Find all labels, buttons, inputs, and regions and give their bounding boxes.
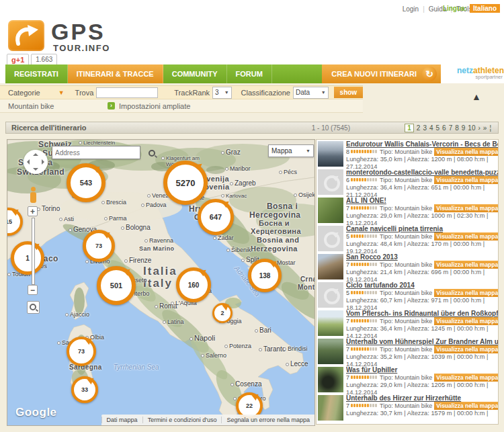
attribution-link[interactable]: Termini e condizioni d'uso [142,417,222,423]
tour-cluster-marker[interactable]: 647 [198,199,234,235]
zoom-slider[interactable] [32,218,35,285]
tour-thumbnail[interactable] [318,367,343,392]
tour-thumbnail[interactable] [318,282,343,308]
tour-title-link[interactable]: Was für Uphiller [346,366,498,374]
classificazione-label: Classificazione [241,89,290,97]
tour-title-link[interactable]: Vom Pflersch- ins Ridnauntal über den Ro… [346,310,498,317]
tour-thumbnail[interactable] [318,395,343,421]
nav-tab[interactable]: REGISTRATI [5,64,68,83]
trackrank-select[interactable]: 3 ▼ [212,87,232,99]
tour-cluster-marker[interactable]: 160 [176,267,211,302]
view-on-map-button[interactable]: Visualizza nella mappa [434,317,499,325]
pagination-page[interactable]: 1 [405,124,414,132]
create-tour-button[interactable]: CREA NUOVI ITINERARI ↻ [322,64,441,83]
map-label: Graz [221,148,241,156]
pagination-page[interactable]: ¦ [489,124,491,132]
pan-down-icon[interactable] [33,168,38,171]
zoom-out-button[interactable]: − [28,285,38,295]
zoom-area-button[interactable] [27,301,40,314]
tour-title-link[interactable]: Canale navicelli pineta tirrenia [346,225,498,232]
tour-title-link[interactable]: San Rocco 2013 [346,253,498,261]
nav-tab[interactable]: FORUM [227,64,272,83]
attribution-link[interactable]: Dati mappa [101,417,142,423]
map-pan-control[interactable] [24,150,48,174]
view-on-map-button[interactable]: Visualizza nella mappa [434,232,499,241]
tour-thumbnail[interactable] [318,339,343,364]
tour-thumbnail[interactable] [318,226,343,251]
pagination-page[interactable]: 10 [468,124,475,132]
map-type-selector[interactable]: Mappa ▼ [268,144,314,157]
map-address-search[interactable] [52,146,140,159]
netzathleten-logo[interactable]: netzathleten sportpartner [441,64,504,83]
tour-title-link[interactable]: monterotondo-castellaccio-valle benedett… [346,169,498,176]
tour-thumbnail[interactable] [318,198,343,223]
tour-cluster-marker[interactable]: 73 [67,337,96,366]
pagination-page[interactable]: 2 [417,124,421,132]
tour-thumbnail[interactable] [318,310,343,336]
advanced-settings-link[interactable]: Impostazioni ampliate [119,102,190,110]
nav-tab[interactable]: COMMUNITY [163,64,227,83]
pagination-page[interactable]: 6 [442,124,446,132]
pagination-page[interactable]: 8 [455,124,459,132]
map-label: Asti [59,216,74,222]
tour-cluster-marker[interactable]: 1 [11,241,44,275]
pagination-page[interactable]: 5 [436,124,440,132]
view-on-map-button[interactable]: Visualizza nella mappa [434,345,499,353]
tour-cluster-marker[interactable]: 5270 [163,161,208,205]
pan-right-icon[interactable] [42,159,44,165]
tour-title-link[interactable]: Ciclo tartufando 2014 [346,282,498,289]
show-button[interactable]: show [334,87,363,98]
tour-cluster-marker[interactable]: 2 [212,303,233,323]
pagination-page[interactable]: 7 [449,124,453,132]
view-on-map-button[interactable]: Visualizza nella mappa [434,176,499,184]
tour-thumbnail[interactable] [318,254,343,279]
map-label: Crna [300,275,315,283]
view-on-map-button[interactable]: Visualizza nella mappa [434,402,499,410]
pagination-page[interactable]: 3 [423,124,427,132]
attribution-link[interactable]: Segnala un errore nella mappa [221,417,314,423]
view-on-map-button[interactable]: Visualizza nella mappa [434,374,499,382]
view-on-map-button[interactable]: Visualizza nella mappa [434,204,499,212]
pagination-page[interactable]: 4 [429,124,433,132]
pan-up-icon[interactable] [33,153,38,156]
tour-list-item: San Rocco 2013 7 Tipo: Mountain bike Vis… [317,253,498,281]
map-panel[interactable]: Schweiz Suisse Svizzera Switzerland Liec… [7,139,315,426]
tour-title-link[interactable]: ALL IN ONE! [346,197,498,204]
map-label: Firenze [124,257,151,264]
tour-list-item: Ciclo tartufando 2014 5 Tipo: Mountain b… [317,281,498,309]
view-on-map-button[interactable]: Visualizza nella mappa [434,261,499,269]
tour-cluster-marker[interactable]: 543 [67,163,106,202]
view-on-map-button[interactable]: Visualizza nella mappa [434,289,499,297]
map-label: Босна и [259,219,290,227]
tour-title-link[interactable]: Unterhalb des Hirzer zur Hirzerhütte [346,394,498,402]
tour-cluster-marker[interactable]: 138 [248,259,282,292]
address-input[interactable] [52,149,146,157]
tour-cluster-marker[interactable]: 33 [71,376,98,403]
gpstour-logo-icon[interactable] [8,20,44,51]
tour-cluster-marker[interactable]: 73 [83,230,115,262]
nav-tab[interactable]: ITINERARI & TRACCE [68,64,163,83]
view-on-map-button[interactable]: Visualizza nella mappa [434,148,499,156]
logo-title[interactable]: GPS [51,19,106,45]
circular-arrow-icon [13,25,40,46]
pagination-page[interactable]: » [483,124,487,132]
top-link[interactable]: Login [403,5,419,13]
collapse-panel-button[interactable]: ▲ [472,91,481,102]
map-label: Ravenna [144,237,173,244]
tour-thumbnail[interactable] [318,141,343,167]
pan-left-icon[interactable] [27,159,30,165]
categorie-dropdown[interactable]: Categorie ▼ [0,89,69,97]
pegman-streetview-icon[interactable] [28,187,38,204]
zoom-in-button[interactable]: + [28,206,38,216]
tour-stats: Lunghezza: 60,7 km | Altezza: 971 m | 00… [346,297,498,304]
pagination-page[interactable]: › [478,124,480,132]
tour-thumbnail[interactable] [318,169,343,195]
tour-cluster-marker[interactable]: 501 [97,266,136,305]
pagination-page[interactable]: 9 [462,124,466,132]
map-label: Šibenik [226,247,251,253]
tour-title-link[interactable]: Unterhalb vom Hühnerspiel Zur Brandner A… [346,338,498,345]
tour-title-link[interactable]: Endurotour Wallis Chalais-Vercorin - Bec… [346,140,498,148]
language-value[interactable]: Italiano [470,4,500,13]
classificazione-select[interactable]: Data ▼ [293,87,329,99]
search-input[interactable] [96,87,158,98]
